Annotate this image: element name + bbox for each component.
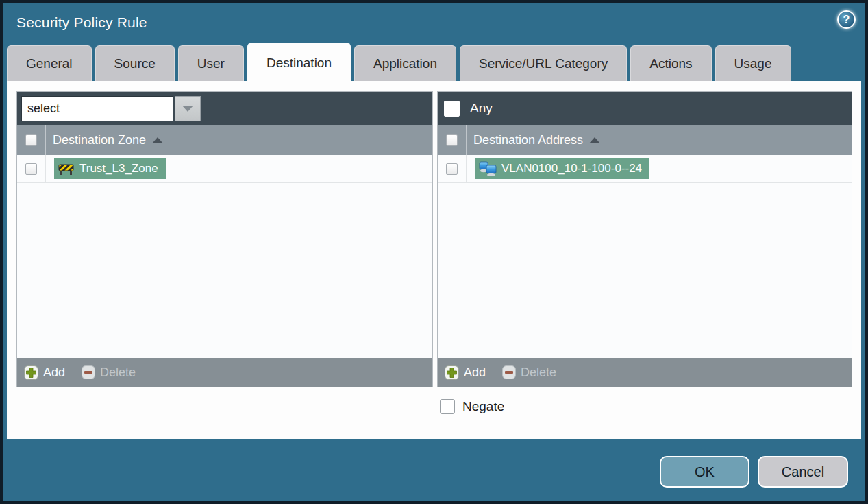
help-icon[interactable]: ? [837,10,856,29]
zone-delete-button[interactable]: Delete [82,365,136,380]
ok-button[interactable]: OK [660,456,749,488]
cancel-button[interactable]: Cancel [758,456,848,488]
address-column-header[interactable]: Destination Address [438,125,852,155]
tab-destination[interactable]: Destination [247,43,351,82]
address-delete-button[interactable]: Delete [502,365,556,380]
zone-toolbar [17,92,432,125]
tab-source[interactable]: Source [95,45,175,81]
zone-select-all-checkbox[interactable] [25,134,37,146]
negate-row: Negate [440,399,504,414]
zone-column-header[interactable]: Destination Zone [17,125,432,155]
address-row[interactable]: VLAN0100_10-1-100-0--24 [438,155,852,183]
caret-down-icon [182,106,193,112]
tab-usage[interactable]: Usage [715,45,791,81]
destination-zone-panel: Destination Zone [16,91,433,387]
tab-general[interactable]: General [7,45,92,81]
tab-actions[interactable]: Actions [630,45,711,81]
network-icon [479,161,497,176]
address-row-checkbox-cell [438,155,467,182]
zone-delete-label: Delete [100,365,136,380]
zone-row-label: Trust_L3_Zone [79,162,158,176]
address-chip[interactable]: VLAN0100_10-1-100-0--24 [475,158,649,179]
zone-icon [58,163,75,176]
delete-minus-icon [82,365,95,379]
address-header-checkbox-cell [438,125,467,155]
screen: Security Policy Rule ? General Source Us… [0,0,868,504]
destination-address-panel: Any Destination Address [437,91,852,387]
address-row-label: VLAN0100_10-1-100-0--24 [501,162,642,176]
zone-column-title: Destination Zone [53,133,146,147]
security-policy-rule-dialog: Security Policy Rule ? General Source Us… [3,3,865,501]
address-list: VLAN0100_10-1-100-0--24 [438,155,852,358]
tab-user[interactable]: User [178,45,244,81]
add-plus-icon [445,365,459,380]
tab-bar: General Source User Destination Applicat… [7,45,791,81]
zone-select-dropdown-button[interactable] [175,96,201,121]
address-select-all-checkbox[interactable] [446,134,458,146]
any-checkbox[interactable] [444,101,460,117]
zone-row-checkbox[interactable] [25,163,37,175]
address-column-title: Destination Address [473,133,583,147]
zone-footer-bar: Add Delete [17,358,432,387]
address-delete-label: Delete [521,365,556,380]
sort-ascending-icon [152,137,163,143]
zone-row[interactable]: Trust_L3_Zone [17,155,432,183]
zone-header-checkbox-cell [17,125,46,155]
zone-add-button[interactable]: Add [24,365,65,380]
tab-application[interactable]: Application [354,45,456,81]
tab-service-url-category[interactable]: Service/URL Category [460,45,627,81]
destination-tab-content: Destination Zone [7,81,861,439]
any-label: Any [470,101,493,116]
negate-checkbox[interactable] [440,399,455,414]
zone-add-label: Add [43,365,65,380]
zone-select-input[interactable] [21,96,173,121]
zone-list: Trust_L3_Zone [17,155,432,358]
add-plus-icon [24,365,38,380]
negate-label: Negate [462,399,504,414]
address-toolbar: Any [438,92,852,125]
zone-row-checkbox-cell [17,155,46,182]
address-footer-bar: Add Delete [438,358,852,387]
address-row-checkbox[interactable] [446,163,458,175]
address-add-label: Add [464,365,486,380]
dialog-title: Security Policy Rule [16,3,147,42]
delete-minus-icon [502,365,516,379]
address-add-button[interactable]: Add [445,365,486,380]
zone-chip[interactable]: Trust_L3_Zone [54,158,166,179]
title-bar: Security Policy Rule ? [3,3,865,43]
sort-ascending-icon [589,137,600,143]
